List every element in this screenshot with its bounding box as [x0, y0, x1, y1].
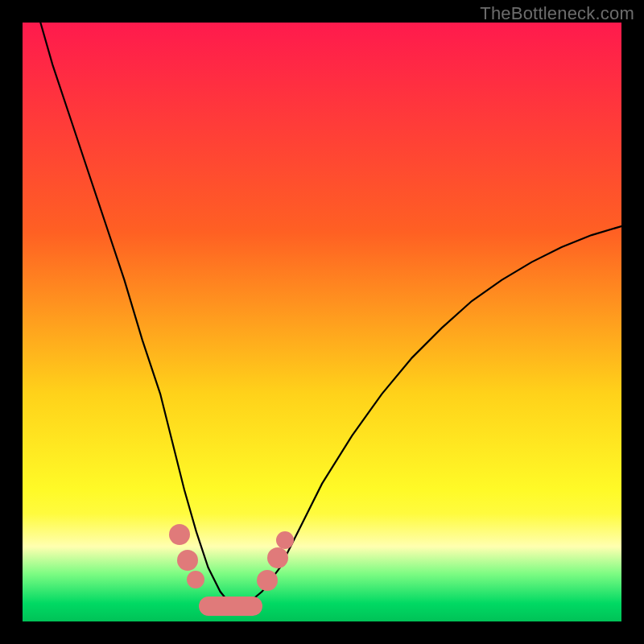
valley-marker-bar: [199, 597, 262, 616]
curve-marker: [267, 547, 288, 568]
chart-frame: TheBottleneck.com: [0, 0, 644, 644]
watermark-text: TheBottleneck.com: [480, 3, 634, 24]
curve-marker: [276, 531, 294, 549]
bottleneck-curve: [23, 23, 621, 621]
curve-marker: [257, 570, 278, 591]
curve-marker: [169, 524, 190, 545]
plot-area: [23, 23, 621, 621]
curve-marker: [177, 550, 198, 571]
curve-marker: [187, 571, 204, 588]
